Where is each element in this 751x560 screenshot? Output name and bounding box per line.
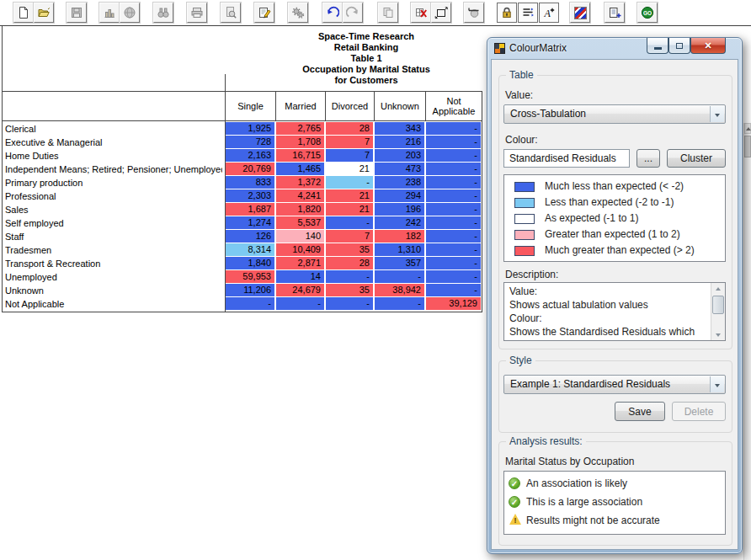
row-label[interactable]: Clerical	[5, 122, 222, 136]
style-combobox[interactable]: Example 1: Standardised Residuals	[503, 375, 726, 394]
table-cell[interactable]: 21	[326, 163, 373, 175]
table-cell[interactable]: 38,942	[375, 284, 424, 296]
table-cell[interactable]: -	[375, 297, 424, 310]
new-table-button[interactable]	[605, 3, 625, 23]
delete-button[interactable]: Delete	[672, 402, 726, 421]
table-cell[interactable]: -	[426, 136, 481, 148]
find-button[interactable]	[153, 3, 173, 23]
table-cell[interactable]: 196	[375, 203, 424, 216]
table-cell[interactable]: 728	[226, 136, 274, 148]
table-cell[interactable]: 1,820	[276, 203, 324, 216]
table-cell[interactable]: 1,687	[226, 203, 274, 216]
table-cell[interactable]: -	[426, 230, 481, 243]
table-cell[interactable]: 4,241	[276, 189, 324, 202]
table-cell[interactable]: -	[426, 284, 481, 296]
table-cell[interactable]: -	[426, 189, 481, 202]
table-cell[interactable]: 343	[375, 122, 424, 135]
table-cell[interactable]: -	[426, 163, 481, 175]
table-cell[interactable]: -	[426, 203, 481, 216]
edit-table-button[interactable]	[254, 3, 274, 23]
main-vertical-scrollbar[interactable]	[743, 123, 751, 560]
table-cell[interactable]: 216	[375, 136, 424, 148]
table-cell[interactable]: 357	[375, 257, 424, 269]
scrollbar-thumb[interactable]	[712, 296, 724, 314]
table-cell[interactable]: 7	[326, 230, 373, 243]
table-cell[interactable]: -	[226, 297, 274, 310]
table-cell[interactable]: 238	[375, 176, 424, 189]
copy-button[interactable]	[378, 3, 398, 23]
table-cell[interactable]: 20,769	[226, 163, 274, 175]
table-cell[interactable]: -	[426, 122, 481, 135]
print-preview-button[interactable]	[221, 3, 241, 23]
column-header[interactable]: Divorced	[326, 92, 374, 120]
row-label[interactable]: Unknown	[5, 284, 222, 297]
save-button[interactable]: Save	[615, 402, 665, 421]
row-label[interactable]: Independent Means; Retired; Pensioner; U…	[5, 163, 222, 176]
table-cell[interactable]: 28	[326, 122, 373, 135]
open-file-button[interactable]	[34, 3, 54, 23]
cluster-button[interactable]: Cluster	[667, 149, 726, 168]
row-label[interactable]: Not Applicable	[5, 297, 222, 311]
print-button[interactable]	[187, 3, 207, 23]
go-button[interactable]: GO	[637, 3, 658, 23]
maximize-button[interactable]	[668, 38, 690, 54]
row-label[interactable]: Unemployed	[5, 270, 222, 284]
row-label[interactable]: Home Duties	[5, 149, 222, 163]
table-cell[interactable]: 833	[226, 176, 274, 189]
row-label[interactable]: Primary production	[5, 176, 222, 189]
map-button[interactable]	[120, 3, 140, 23]
table-cell[interactable]: 1,708	[276, 136, 324, 148]
description-scrollbar[interactable]	[711, 283, 725, 340]
table-cell[interactable]: 2,765	[276, 122, 324, 135]
table-cell[interactable]: 1,840	[226, 257, 274, 269]
table-cell[interactable]: -	[426, 216, 481, 229]
table-cell[interactable]: 24,679	[276, 284, 324, 296]
row-label[interactable]: Self employed	[5, 216, 222, 230]
table-cell[interactable]: 473	[375, 163, 424, 175]
table-cell[interactable]: 242	[375, 216, 424, 229]
table-cell[interactable]: 140	[276, 230, 324, 243]
zero-suppression-button[interactable]	[464, 3, 484, 23]
table-cell[interactable]: -	[326, 216, 373, 229]
table-cell[interactable]: 7	[326, 136, 373, 148]
scroll-up-icon[interactable]	[712, 283, 724, 295]
scrollbar-thumb[interactable]	[744, 136, 751, 157]
table-cell[interactable]: 2,303	[226, 189, 274, 202]
lock-button[interactable]	[497, 3, 517, 23]
chart-button[interactable]	[99, 3, 120, 23]
table-cell[interactable]: 1,465	[276, 163, 324, 175]
save-button[interactable]	[67, 3, 87, 23]
row-label[interactable]: Sales	[5, 203, 222, 216]
table-cell[interactable]: 39,129	[426, 297, 481, 310]
table-cell[interactable]: 1,925	[226, 122, 274, 135]
table-cell[interactable]: 21	[326, 189, 373, 202]
resize-table-button[interactable]	[431, 3, 451, 23]
table-cell[interactable]: 28	[326, 257, 373, 269]
table-cell[interactable]: 35	[326, 243, 373, 256]
browse-button[interactable]: ...	[636, 149, 660, 168]
value-combobox[interactable]: Cross-Tabulation	[503, 104, 726, 124]
row-label[interactable]: Transport & Recreation	[5, 257, 222, 270]
row-label[interactable]: Tradesmen	[5, 243, 222, 257]
table-cell[interactable]: 182	[375, 230, 424, 243]
table-cell[interactable]: -	[375, 270, 424, 283]
table-cell[interactable]: -	[426, 270, 481, 283]
table-cell[interactable]: 10,409	[276, 243, 324, 256]
row-label[interactable]: Professional	[5, 189, 222, 203]
table-cell[interactable]: -	[426, 149, 481, 162]
table-cell[interactable]: 294	[375, 189, 424, 202]
table-cell[interactable]: -	[326, 297, 373, 310]
table-cell[interactable]: 8,314	[226, 243, 274, 256]
table-cell[interactable]: 1,372	[276, 176, 324, 189]
row-label[interactable]: Staff	[5, 230, 222, 243]
table-cell[interactable]: 2,163	[226, 149, 274, 162]
table-cell[interactable]: 21	[326, 203, 373, 216]
table-cell[interactable]: -	[426, 243, 481, 256]
field-options-button[interactable]	[518, 3, 538, 23]
undo-button[interactable]	[322, 3, 343, 23]
font-size-button[interactable]: A	[539, 3, 559, 23]
close-button[interactable]: ✕	[690, 38, 726, 54]
table-cell[interactable]: -	[326, 176, 373, 189]
new-document-button[interactable]	[13, 3, 34, 23]
scroll-up-icon[interactable]	[744, 123, 751, 134]
